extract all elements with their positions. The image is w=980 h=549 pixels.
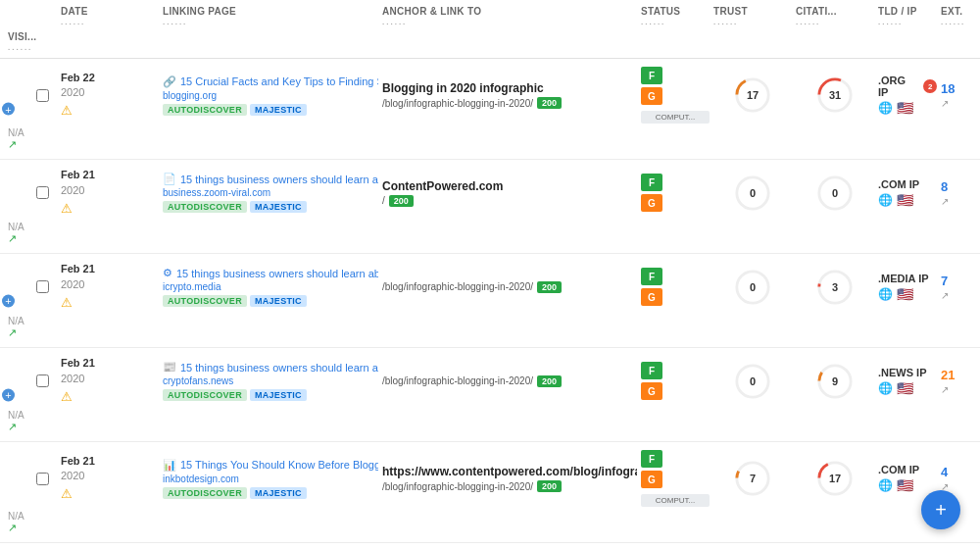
ext-count: 18 (941, 81, 955, 96)
row-checkbox[interactable] (36, 186, 49, 199)
fab-button[interactable]: + (921, 490, 960, 529)
trust-gauge: 0 (734, 363, 771, 400)
status-cell: F G COMPUT... (641, 67, 710, 124)
citation-cell: 17 (796, 460, 874, 497)
tag-list: AUTODISCOVERMAJESTIC (163, 487, 378, 499)
row-inner: Feb 21 2020 ⚠ 📰 15 things business owner… (0, 348, 980, 441)
ext-arrow-icon: ↗ (941, 98, 949, 109)
trust-cell: 0 (713, 269, 792, 306)
tag-autodiscover: AUTODISCOVER (163, 104, 247, 116)
tld-cell: .NEWS IP 🌐 🇺🇸 (878, 367, 937, 396)
flag-icon: 🇺🇸 (897, 192, 913, 208)
table-row: Feb 21 2020 ⚠ 📄 15 things business owner… (0, 160, 980, 254)
tag-autodiscover: AUTODISCOVER (163, 201, 247, 213)
vis-trend-icon: ↗ (8, 522, 24, 534)
warning-icon: ⚠ (61, 294, 159, 312)
linking-page-title[interactable]: 📊 15 Things You Should Know Before Blogg… (163, 459, 378, 472)
anchor-title: ContentPowered.com (382, 179, 637, 193)
checkbox-cell[interactable] (27, 374, 57, 387)
linking-page-title[interactable]: 📄 15 things business owners should learn… (163, 173, 378, 185)
status-f-badge: F (641, 362, 662, 379)
tag-list: AUTODISCOVERMAJESTIC (163, 104, 378, 116)
checkbox-cell[interactable] (27, 280, 57, 293)
vis-value: N/A (8, 127, 24, 138)
anchor-path: /blog/infographic-blogging-in-2020/ (382, 481, 533, 492)
vis-cell: N/A ↗ (8, 511, 24, 534)
ext-cell: 21 ↗ (941, 368, 980, 395)
tag-autodiscover: AUTODISCOVER (163, 389, 247, 401)
row-checkbox[interactable] (36, 280, 49, 293)
linking-page-title[interactable]: 📰 15 things business owners should learn… (163, 361, 378, 374)
date-year: 2020 (61, 85, 159, 100)
tld-cell: .MEDIA IP 🌐 🇺🇸 (878, 273, 937, 302)
tag-majestic: MAJESTIC (250, 104, 307, 116)
status-f-badge: F (641, 174, 662, 191)
expand-button[interactable]: + (2, 103, 15, 116)
row-checkbox[interactable] (36, 374, 49, 387)
row-checkbox[interactable] (36, 89, 49, 102)
expand-button[interactable]: + (2, 388, 15, 401)
citation-gauge: 0 (816, 175, 854, 212)
linking-page-cell: 📊 15 Things You Should Know Before Blogg… (163, 459, 378, 499)
vis-value: N/A (8, 316, 24, 326)
citation-cell: 0 (796, 175, 874, 212)
vis-cell: N/A ↗ (8, 410, 24, 433)
globe-icon: 🌐 (878, 193, 893, 207)
date-main: Feb 21 (61, 168, 159, 182)
row-checkbox[interactable] (36, 473, 49, 485)
linking-page-cell: 📄 15 things business owners should learn… (163, 173, 378, 213)
linking-page-title[interactable]: 🔗 15 Crucial Facts and Key Tips to Findi… (163, 75, 378, 88)
ext-cell: 4 ↗ (941, 465, 980, 492)
citation-gauge: 3 (816, 269, 854, 306)
tag-majestic: MAJESTIC (250, 389, 307, 401)
anchor-url[interactable]: / 200 (382, 195, 637, 207)
flag-icon: 🇺🇸 (897, 477, 913, 493)
flag-icon: 🇺🇸 (897, 286, 913, 302)
status-g-badge: G (641, 382, 662, 400)
anchor-title: Blogging in 2020 infographic (382, 81, 637, 95)
tld-label: .ORG IP (878, 75, 917, 98)
trust-value: 0 (750, 187, 756, 199)
trust-value: 7 (750, 473, 756, 484)
anchor-url[interactable]: /blog/infographic-blogging-in-2020/ 200 (382, 480, 637, 492)
anchor-url[interactable]: /blog/infographic-blogging-in-2020/ 200 (382, 281, 637, 293)
linking-page-url[interactable]: cryptofans.news (163, 375, 378, 386)
citation-gauge: 9 (816, 363, 854, 400)
trust-value: 0 (750, 281, 756, 293)
vis-cell: N/A ↗ (8, 127, 24, 151)
linking-page-title[interactable]: ⚙ 15 things business owners should learn… (163, 267, 378, 279)
linking-page-url[interactable]: icrypto.media (163, 281, 378, 292)
expand-button[interactable]: + (2, 294, 15, 307)
linking-page-cell: 📰 15 things business owners should learn… (163, 361, 378, 401)
trust-cell: 0 (713, 175, 792, 212)
checkbox-cell[interactable] (27, 186, 57, 199)
anchor-cell: ContentPowered.com / 200 (382, 179, 637, 207)
linking-page-url[interactable]: business.zoom-viral.com (163, 187, 378, 198)
score-badge: 200 (389, 195, 414, 207)
compute-badge: COMPUT... (641, 111, 710, 124)
tld-row: .ORG IP 2 (878, 75, 937, 98)
date-cell: Feb 21 2020 ⚠ (61, 168, 159, 218)
date-cell: Feb 21 2020 ⚠ (61, 454, 159, 504)
date-main: Feb 21 (61, 454, 159, 469)
page-icon: ⚙ (163, 267, 172, 279)
anchor-url[interactable]: /blog/infographic-blogging-in-2020/ 200 (382, 375, 637, 387)
trust-cell: 7 (713, 460, 792, 497)
linking-page-url[interactable]: blogging.org (163, 90, 378, 101)
checkbox-cell[interactable] (27, 473, 57, 485)
date-cell: Feb 22 2020 ⚠ (61, 71, 159, 121)
citation-value: 17 (829, 473, 841, 484)
col-status: STATUS ...... (641, 6, 710, 27)
vis-value: N/A (8, 222, 24, 232)
warning-icon: ⚠ (61, 388, 159, 406)
globe-icon: 🌐 (878, 287, 893, 301)
row-inner: Feb 20 2020 ⚠ 📝 Boost Blog Engagement an… (0, 543, 980, 549)
col-anchor: ANCHOR & LINK TO ...... (382, 6, 637, 27)
tld-icons: 🌐 🇺🇸 (878, 100, 937, 116)
row-inner: Feb 21 2020 ⚠ 📄 15 things business owner… (0, 160, 980, 253)
status-g-badge: G (641, 194, 662, 212)
linking-page-url[interactable]: inkbotdesign.com (163, 474, 378, 484)
anchor-url[interactable]: /blog/infographic-blogging-in-2020/ 200 (382, 97, 637, 109)
warning-icon: ⚠ (61, 200, 159, 218)
checkbox-cell[interactable] (27, 89, 57, 102)
